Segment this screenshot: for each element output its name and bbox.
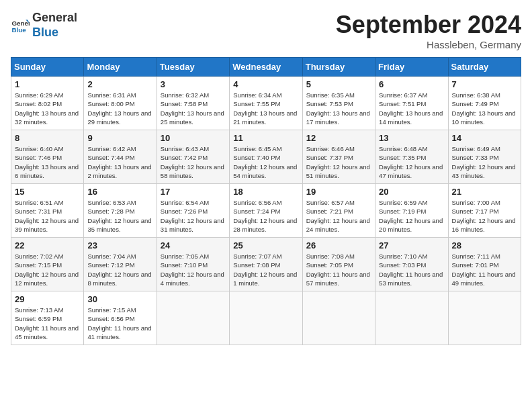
day-info: Sunrise: 6:54 AMSunset: 7:26 PMDaylight:… <box>161 198 226 234</box>
logo: General Blue General Blue <box>11 11 77 40</box>
calendar-cell: 19Sunrise: 6:57 AMSunset: 7:21 PMDayligh… <box>302 184 375 238</box>
week-row-1: 1Sunrise: 6:29 AMSunset: 8:02 PMDaylight… <box>11 77 521 130</box>
day-number: 23 <box>87 240 152 250</box>
day-info: Sunrise: 6:53 AMSunset: 7:28 PMDaylight:… <box>87 198 152 234</box>
col-header-saturday: Saturday <box>448 58 521 77</box>
calendar-cell: 21Sunrise: 7:00 AMSunset: 7:17 PMDayligh… <box>448 184 521 238</box>
day-number: 22 <box>15 240 80 250</box>
day-number: 10 <box>161 133 226 143</box>
week-row-5: 29Sunrise: 7:13 AMSunset: 6:59 PMDayligh… <box>11 291 521 345</box>
day-info: Sunrise: 7:02 AMSunset: 7:15 PMDaylight:… <box>15 252 80 287</box>
day-info: Sunrise: 7:04 AMSunset: 7:12 PMDaylight:… <box>87 252 152 287</box>
calendar-cell <box>157 291 229 345</box>
day-info: Sunrise: 6:48 AMSunset: 7:35 PMDaylight:… <box>379 144 444 180</box>
day-number: 29 <box>15 294 80 304</box>
day-info: Sunrise: 6:51 AMSunset: 7:31 PMDaylight:… <box>15 198 80 234</box>
logo-blue-text: Blue <box>32 26 77 40</box>
col-header-tuesday: Tuesday <box>157 58 229 77</box>
day-number: 20 <box>379 187 444 197</box>
calendar-cell: 30Sunrise: 7:15 AMSunset: 6:56 PMDayligh… <box>84 291 157 345</box>
calendar-cell: 23Sunrise: 7:04 AMSunset: 7:12 PMDayligh… <box>84 238 157 291</box>
col-header-sunday: Sunday <box>11 58 84 77</box>
day-number: 12 <box>306 133 371 143</box>
calendar-table: SundayMondayTuesdayWednesdayThursdayFrid… <box>11 57 521 345</box>
day-number: 30 <box>87 294 152 304</box>
col-header-wednesday: Wednesday <box>230 58 302 77</box>
day-info: Sunrise: 7:11 AMSunset: 7:01 PMDaylight:… <box>452 252 517 287</box>
day-number: 27 <box>379 240 444 250</box>
day-number: 9 <box>87 133 152 143</box>
calendar-cell: 16Sunrise: 6:53 AMSunset: 7:28 PMDayligh… <box>84 184 157 238</box>
calendar-cell: 3Sunrise: 6:32 AMSunset: 7:58 PMDaylight… <box>157 77 229 130</box>
calendar-cell: 27Sunrise: 7:10 AMSunset: 7:03 PMDayligh… <box>375 238 448 291</box>
calendar-cell <box>448 291 521 345</box>
day-info: Sunrise: 6:34 AMSunset: 7:55 PMDaylight:… <box>233 91 298 126</box>
day-info: Sunrise: 6:31 AMSunset: 8:00 PMDaylight:… <box>87 91 152 126</box>
day-number: 18 <box>233 187 298 197</box>
day-info: Sunrise: 7:15 AMSunset: 6:56 PMDaylight:… <box>87 306 152 341</box>
day-number: 17 <box>161 187 226 197</box>
day-info: Sunrise: 7:13 AMSunset: 6:59 PMDaylight:… <box>15 306 80 341</box>
calendar-cell: 17Sunrise: 6:54 AMSunset: 7:26 PMDayligh… <box>157 184 229 238</box>
calendar-cell: 22Sunrise: 7:02 AMSunset: 7:15 PMDayligh… <box>11 238 84 291</box>
day-info: Sunrise: 6:43 AMSunset: 7:42 PMDaylight:… <box>161 144 226 180</box>
day-number: 6 <box>379 79 444 89</box>
svg-text:Blue: Blue <box>11 26 26 33</box>
day-info: Sunrise: 6:35 AMSunset: 7:53 PMDaylight:… <box>306 91 371 126</box>
calendar-cell: 26Sunrise: 7:08 AMSunset: 7:05 PMDayligh… <box>302 238 375 291</box>
calendar-cell <box>375 291 448 345</box>
day-info: Sunrise: 7:07 AMSunset: 7:08 PMDaylight:… <box>233 252 298 287</box>
day-number: 8 <box>15 133 80 143</box>
day-number: 15 <box>15 187 80 197</box>
header-row: SundayMondayTuesdayWednesdayThursdayFrid… <box>11 58 521 77</box>
week-row-3: 15Sunrise: 6:51 AMSunset: 7:31 PMDayligh… <box>11 184 521 238</box>
page-header: General Blue General Blue September 2024… <box>11 11 521 50</box>
calendar-cell: 29Sunrise: 7:13 AMSunset: 6:59 PMDayligh… <box>11 291 84 345</box>
calendar-cell: 11Sunrise: 6:45 AMSunset: 7:40 PMDayligh… <box>230 130 302 184</box>
title-area: September 2024 Hassleben, Germany <box>336 11 521 50</box>
day-number: 2 <box>87 79 152 89</box>
day-number: 1 <box>15 79 80 89</box>
calendar-cell: 9Sunrise: 6:42 AMSunset: 7:44 PMDaylight… <box>84 130 157 184</box>
day-info: Sunrise: 6:38 AMSunset: 7:49 PMDaylight:… <box>452 91 517 126</box>
calendar-cell: 5Sunrise: 6:35 AMSunset: 7:53 PMDaylight… <box>302 77 375 130</box>
logo-icon: General Blue <box>11 16 30 35</box>
calendar-cell <box>230 291 302 345</box>
day-number: 26 <box>306 240 371 250</box>
day-info: Sunrise: 6:57 AMSunset: 7:21 PMDaylight:… <box>306 198 371 234</box>
day-number: 24 <box>161 240 226 250</box>
week-row-2: 8Sunrise: 6:40 AMSunset: 7:46 PMDaylight… <box>11 130 521 184</box>
calendar-cell: 14Sunrise: 6:49 AMSunset: 7:33 PMDayligh… <box>448 130 521 184</box>
calendar-cell: 10Sunrise: 6:43 AMSunset: 7:42 PMDayligh… <box>157 130 229 184</box>
day-info: Sunrise: 7:00 AMSunset: 7:17 PMDaylight:… <box>452 198 517 234</box>
col-header-friday: Friday <box>375 58 448 77</box>
calendar-cell: 28Sunrise: 7:11 AMSunset: 7:01 PMDayligh… <box>448 238 521 291</box>
day-info: Sunrise: 6:49 AMSunset: 7:33 PMDaylight:… <box>452 144 517 180</box>
calendar-cell: 4Sunrise: 6:34 AMSunset: 7:55 PMDaylight… <box>230 77 302 130</box>
day-number: 28 <box>452 240 517 250</box>
day-info: Sunrise: 6:56 AMSunset: 7:24 PMDaylight:… <box>233 198 298 234</box>
day-number: 21 <box>452 187 517 197</box>
day-number: 5 <box>306 79 371 89</box>
calendar-cell: 6Sunrise: 6:37 AMSunset: 7:51 PMDaylight… <box>375 77 448 130</box>
calendar-cell: 13Sunrise: 6:48 AMSunset: 7:35 PMDayligh… <box>375 130 448 184</box>
day-info: Sunrise: 6:45 AMSunset: 7:40 PMDaylight:… <box>233 144 298 180</box>
day-info: Sunrise: 6:32 AMSunset: 7:58 PMDaylight:… <box>161 91 226 126</box>
calendar-cell: 25Sunrise: 7:07 AMSunset: 7:08 PMDayligh… <box>230 238 302 291</box>
day-number: 25 <box>233 240 298 250</box>
calendar-cell: 7Sunrise: 6:38 AMSunset: 7:49 PMDaylight… <box>448 77 521 130</box>
calendar-cell: 15Sunrise: 6:51 AMSunset: 7:31 PMDayligh… <box>11 184 84 238</box>
day-number: 11 <box>233 133 298 143</box>
day-info: Sunrise: 6:46 AMSunset: 7:37 PMDaylight:… <box>306 144 371 180</box>
day-info: Sunrise: 6:40 AMSunset: 7:46 PMDaylight:… <box>15 144 80 180</box>
day-number: 14 <box>452 133 517 143</box>
calendar-cell: 20Sunrise: 6:59 AMSunset: 7:19 PMDayligh… <box>375 184 448 238</box>
day-number: 7 <box>452 79 517 89</box>
day-number: 3 <box>161 79 226 89</box>
calendar-cell: 2Sunrise: 6:31 AMSunset: 8:00 PMDaylight… <box>84 77 157 130</box>
day-info: Sunrise: 6:59 AMSunset: 7:19 PMDaylight:… <box>379 198 444 234</box>
col-header-thursday: Thursday <box>302 58 375 77</box>
day-number: 19 <box>306 187 371 197</box>
day-number: 4 <box>233 79 298 89</box>
calendar-cell: 8Sunrise: 6:40 AMSunset: 7:46 PMDaylight… <box>11 130 84 184</box>
